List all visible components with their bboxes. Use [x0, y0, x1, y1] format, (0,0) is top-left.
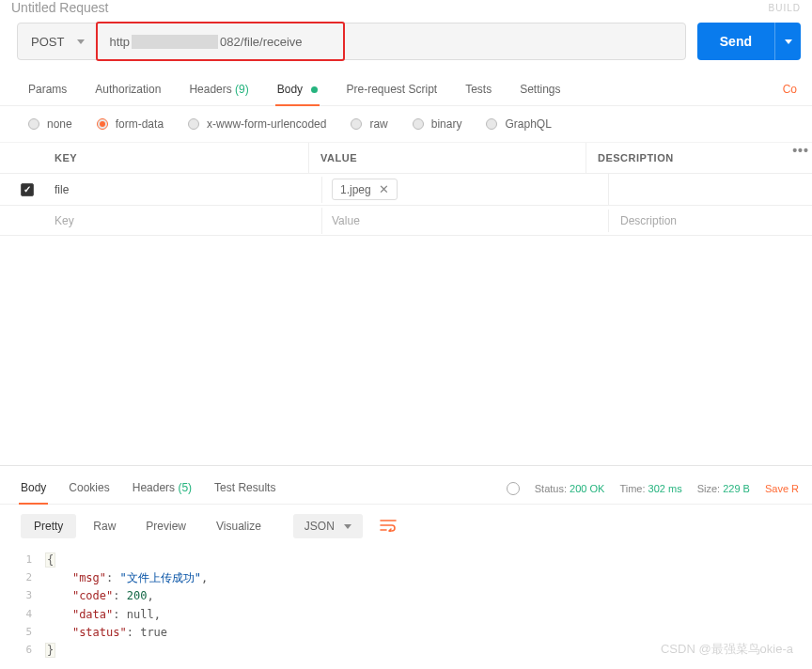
radio-icon [28, 118, 39, 130]
json-string: "文件上传成功" [119, 571, 200, 584]
radio-label: raw [369, 117, 387, 131]
time-label: Time: [619, 483, 645, 494]
key-header: KEY [55, 143, 309, 173]
chevron-down-icon [77, 39, 85, 44]
chevron-down-icon [344, 524, 351, 529]
tab-prerequest[interactable]: Pre-request Script [344, 75, 439, 105]
body-type-formdata[interactable]: form-data [97, 117, 164, 131]
response-tab-headers[interactable]: Headers (5) [131, 474, 194, 504]
url-input[interactable]: http082/file/receive [98, 23, 684, 59]
kv-header-row: KEY VALUE DESCRIPTION ••• [0, 143, 812, 174]
format-value: JSON [304, 520, 335, 533]
json-bracket: } [45, 643, 55, 658]
desc-input[interactable]: Description [609, 208, 812, 234]
radio-icon [413, 118, 424, 130]
response-tab-body[interactable]: Body [19, 474, 48, 504]
radio-icon [486, 118, 497, 130]
radio-icon [351, 118, 362, 130]
view-pretty[interactable]: Pretty [21, 514, 76, 538]
row-checkbox[interactable] [21, 183, 34, 196]
status-dot-icon [311, 86, 318, 93]
request-url-bar: POST http082/file/receive [17, 23, 686, 60]
request-title: Untitled Request [11, 0, 109, 15]
file-name: 1.jpeg [340, 183, 371, 196]
save-response-link[interactable]: Save R [765, 483, 799, 494]
radio-label: none [47, 117, 72, 131]
desc-header: DESCRIPTION [586, 143, 789, 173]
view-visualize[interactable]: Visualize [203, 514, 274, 538]
tab-settings[interactable]: Settings [518, 75, 562, 105]
tab-headers[interactable]: Headers (9) [187, 75, 250, 105]
json-key: "msg" [72, 571, 106, 584]
tab-params[interactable]: Params [26, 75, 69, 105]
tab-tests[interactable]: Tests [463, 75, 493, 105]
globe-icon[interactable] [507, 482, 520, 495]
value-header: VALUE [309, 143, 586, 173]
radio-label: x-www-form-urlencoded [207, 117, 326, 131]
cookies-link[interactable]: Co [781, 75, 799, 105]
json-key: "data" [72, 608, 113, 621]
kv-value-cell[interactable]: 1.jpeg ✕ [322, 174, 609, 205]
value-input[interactable]: Value [322, 210, 609, 232]
kv-key-cell[interactable]: file [55, 177, 322, 203]
url-suffix: 082/file/receive [220, 35, 302, 49]
json-null: null [127, 608, 154, 621]
response-tab-test-results[interactable]: Test Results [212, 474, 277, 504]
view-raw[interactable]: Raw [80, 514, 129, 538]
body-type-raw[interactable]: raw [351, 117, 387, 131]
kv-row-new: Key Value Description [0, 206, 812, 236]
json-bool: true [140, 626, 167, 639]
radio-icon [188, 118, 199, 130]
redacted-segment [132, 35, 218, 49]
send-dropdown-button[interactable] [774, 23, 801, 60]
kv-row: file 1.jpeg ✕ [0, 174, 812, 206]
body-type-graphql[interactable]: GraphQL [486, 117, 551, 131]
tab-body-label: Body [277, 83, 303, 96]
json-key: "status" [72, 626, 127, 639]
send-button[interactable]: Send [697, 23, 774, 60]
url-prefix: http [109, 35, 130, 49]
status-value: 200 OK [570, 483, 604, 494]
radio-icon [97, 118, 108, 130]
json-key: "code" [72, 589, 113, 602]
tab-authorization[interactable]: Authorization [93, 75, 163, 105]
tab-body[interactable]: Body [275, 75, 320, 105]
body-type-urlencoded[interactable]: x-www-form-urlencoded [188, 117, 326, 131]
response-headers-count: (5) [178, 481, 192, 494]
wrap-lines-icon[interactable] [380, 519, 397, 535]
body-type-none[interactable]: none [28, 117, 72, 131]
format-select[interactable]: JSON [293, 514, 363, 538]
radio-label: binary [431, 117, 462, 131]
size-value: 229 B [723, 483, 750, 494]
json-bracket: { [45, 552, 55, 568]
key-input[interactable]: Key [55, 208, 322, 234]
status-label: Status: [535, 483, 567, 494]
method-value: POST [31, 35, 64, 49]
response-code[interactable]: 1{ 2 "msg": "文件上传成功", 3 "code": 200, 4 "… [0, 548, 812, 660]
size-label: Size: [697, 483, 720, 494]
radio-label: form-data [116, 117, 164, 131]
time-value: 302 ms [648, 483, 682, 494]
json-number: 200 [127, 589, 148, 602]
response-headers-label: Headers [133, 481, 175, 494]
view-preview[interactable]: Preview [133, 514, 199, 538]
tab-headers-label: Headers [189, 83, 231, 96]
headers-count: (9) [235, 83, 249, 96]
kv-desc-cell[interactable] [609, 183, 812, 196]
file-chip: 1.jpeg ✕ [332, 179, 398, 200]
more-options-icon[interactable]: ••• [789, 143, 812, 173]
response-tab-cookies[interactable]: Cookies [67, 474, 111, 504]
body-type-binary[interactable]: binary [413, 117, 462, 131]
radio-label: GraphQL [505, 117, 551, 131]
method-select[interactable]: POST [18, 23, 98, 59]
build-label: BUILD [769, 3, 801, 13]
remove-file-icon[interactable]: ✕ [379, 182, 389, 196]
